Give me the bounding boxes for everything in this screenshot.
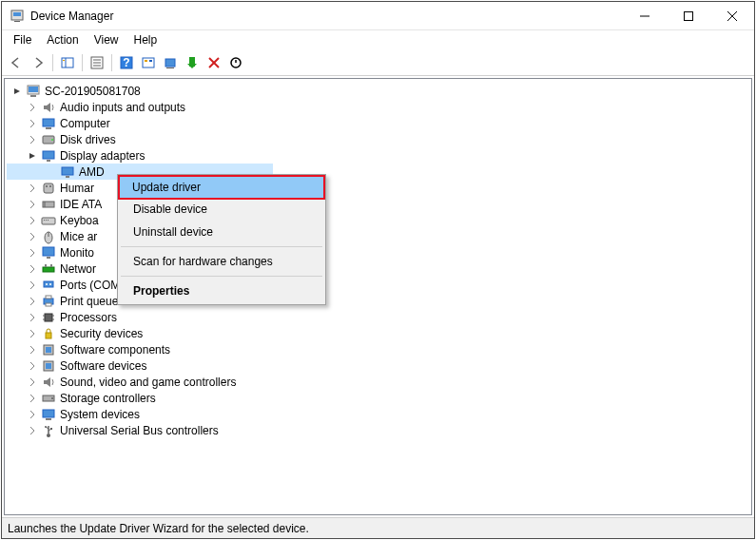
svg-rect-70 — [43, 410, 54, 417]
collapse-arrow-icon[interactable] — [26, 214, 39, 227]
svg-rect-20 — [166, 68, 174, 68]
collapse-arrow-icon[interactable] — [26, 246, 39, 260]
usb-icon — [41, 423, 56, 438]
tree-node[interactable]: Software components — [7, 341, 749, 357]
collapse-arrow-icon[interactable] — [26, 279, 39, 292]
tree-node-label: Computer — [60, 117, 110, 130]
show-hide-tree-button[interactable] — [57, 52, 78, 73]
window-title: Device Manager — [30, 10, 623, 23]
tree-node-label: Disk drives — [60, 133, 116, 146]
tree-node[interactable]: System devices — [7, 406, 749, 422]
svg-point-74 — [45, 426, 47, 428]
collapse-arrow-icon[interactable] — [26, 424, 39, 437]
collapse-arrow-icon[interactable] — [26, 295, 39, 308]
disk-icon — [41, 132, 56, 147]
scan-button[interactable] — [160, 52, 181, 73]
collapse-arrow-icon[interactable] — [26, 262, 39, 276]
svg-point-72 — [47, 434, 50, 437]
tree-node-display-adapters[interactable]: Display adapters — [7, 147, 749, 164]
tree-node[interactable]: Security devices — [7, 325, 749, 341]
collapse-arrow-icon[interactable] — [26, 376, 39, 389]
properties-button[interactable] — [87, 52, 107, 73]
display-icon — [41, 148, 56, 164]
svg-rect-44 — [48, 220, 48, 221]
close-button[interactable] — [710, 2, 754, 30]
tree-node-label: Display adapters — [60, 149, 145, 163]
tree-node-label: Security devices — [60, 327, 143, 340]
collapse-arrow-icon[interactable] — [26, 359, 39, 373]
collapse-arrow-icon[interactable] — [26, 408, 39, 421]
forward-button[interactable] — [28, 52, 48, 73]
collapse-arrow-icon[interactable] — [26, 230, 39, 243]
ctx-uninstall-device[interactable]: Uninstall device — [120, 221, 323, 243]
collapse-arrow-icon[interactable] — [26, 117, 39, 130]
menu-file[interactable]: File — [6, 31, 39, 48]
svg-rect-26 — [29, 87, 38, 92]
svg-rect-67 — [46, 363, 51, 369]
expand-arrow-icon[interactable] — [10, 85, 24, 98]
svg-rect-16 — [143, 58, 154, 68]
tree-node[interactable]: Computer — [7, 115, 749, 131]
device-tree[interactable]: SC-201905081708 Audio inputs and outputs… — [4, 78, 752, 515]
collapse-arrow-icon[interactable] — [26, 198, 39, 211]
svg-point-53 — [46, 283, 48, 285]
collapse-arrow-icon[interactable] — [26, 182, 39, 195]
ctx-disable-device[interactable]: Disable device — [120, 198, 323, 221]
expand-arrow-icon[interactable] — [26, 149, 39, 163]
tree-node-label: Software devices — [60, 359, 146, 373]
print-icon — [41, 294, 56, 309]
tree-node-label: Keyboa — [60, 214, 99, 227]
update-driver-button[interactable] — [182, 52, 203, 73]
ctx-scan-hardware[interactable]: Scan for hardware changes — [120, 250, 323, 273]
collapse-arrow-icon[interactable] — [26, 133, 39, 146]
toolbar-separator — [111, 54, 112, 71]
svg-rect-4 — [685, 12, 693, 21]
menu-view[interactable]: View — [87, 31, 126, 48]
collapse-arrow-icon[interactable] — [26, 101, 39, 114]
security-icon — [41, 326, 56, 341]
tree-node[interactable]: Universal Serial Bus controllers — [7, 422, 749, 438]
tree-node[interactable]: Storage controllers — [7, 390, 749, 406]
svg-rect-36 — [44, 183, 53, 193]
tree-node[interactable]: Processors — [7, 309, 749, 325]
svg-rect-50 — [45, 264, 47, 267]
svg-rect-56 — [46, 296, 51, 299]
svg-rect-57 — [46, 303, 51, 306]
tree-node-label: Monito — [60, 246, 94, 260]
collapse-arrow-icon[interactable] — [26, 327, 39, 340]
svg-rect-1 — [13, 12, 21, 16]
content-area: SC-201905081708 Audio inputs and outputs… — [2, 76, 754, 517]
tree-node[interactable]: Software devices — [7, 357, 749, 374]
collapse-arrow-icon[interactable] — [26, 311, 39, 324]
monitor-icon — [41, 245, 56, 260]
computer-icon — [26, 84, 41, 99]
statusbar: Launches the Update Driver Wizard for th… — [2, 517, 754, 538]
collapse-arrow-icon[interactable] — [26, 343, 39, 357]
maximize-button[interactable] — [667, 2, 710, 30]
menu-action[interactable]: Action — [39, 31, 86, 48]
svg-rect-17 — [145, 60, 147, 62]
svg-rect-35 — [66, 176, 69, 178]
tree-node[interactable]: Sound, video and game controllers — [7, 374, 749, 390]
help-button[interactable]: ? — [116, 52, 137, 73]
svg-rect-75 — [50, 428, 52, 430]
action-button[interactable] — [138, 52, 159, 73]
ctx-properties[interactable]: Properties — [120, 280, 323, 302]
minimize-button[interactable] — [623, 2, 667, 30]
disable-button[interactable] — [225, 52, 246, 73]
sound-icon — [41, 375, 56, 390]
tree-root[interactable]: SC-201905081708 — [7, 83, 749, 99]
svg-rect-32 — [43, 151, 54, 159]
tree-node[interactable]: Audio inputs and outputs — [7, 99, 749, 115]
collapse-arrow-icon[interactable] — [26, 392, 39, 405]
context-menu: Update driver Disable device Uninstall d… — [117, 174, 326, 305]
tree-node[interactable]: Disk drives — [7, 131, 749, 147]
ctx-update-driver[interactable]: Update driver — [118, 175, 325, 200]
menubar: File Action View Help — [2, 30, 754, 49]
tree-node-label: Networ — [60, 262, 96, 276]
back-button[interactable] — [6, 52, 27, 73]
svg-rect-47 — [43, 247, 54, 256]
tree-node-label: Storage controllers — [60, 392, 156, 405]
uninstall-button[interactable] — [204, 52, 224, 73]
menu-help[interactable]: Help — [126, 31, 165, 48]
